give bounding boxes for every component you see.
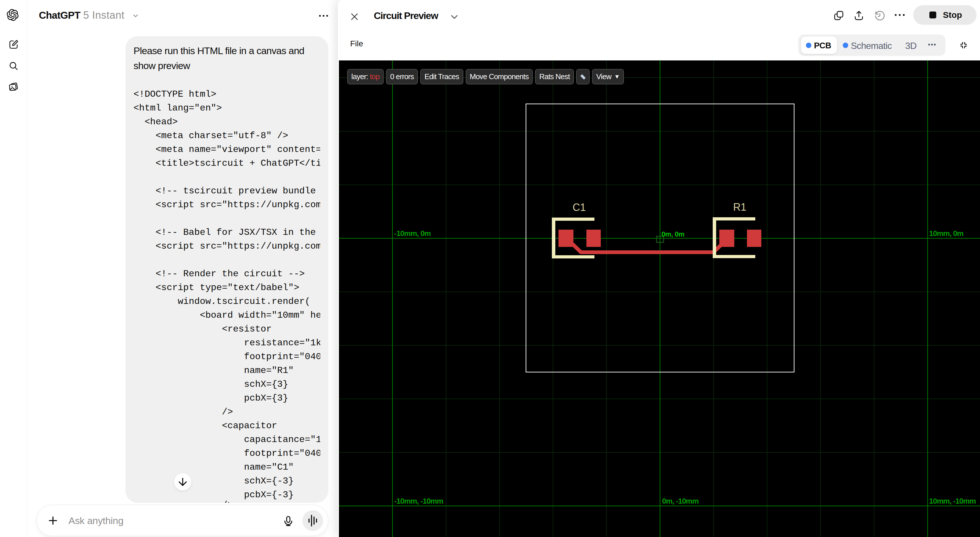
svg-text:0m, 0m: 0m, 0m [662,230,684,238]
svg-text:10mm, 0m: 10mm, 0m [929,229,963,238]
svg-text:10mm, -10mm: 10mm, -10mm [929,497,976,505]
svg-text:-10mm, -10mm: -10mm, -10mm [394,497,443,505]
svg-text:R1: R1 [733,201,746,213]
svg-text:-10mm, 0m: -10mm, 0m [394,229,431,238]
svg-text:0m, -10mm: 0m, -10mm [662,497,698,505]
svg-text:C1: C1 [573,201,586,213]
